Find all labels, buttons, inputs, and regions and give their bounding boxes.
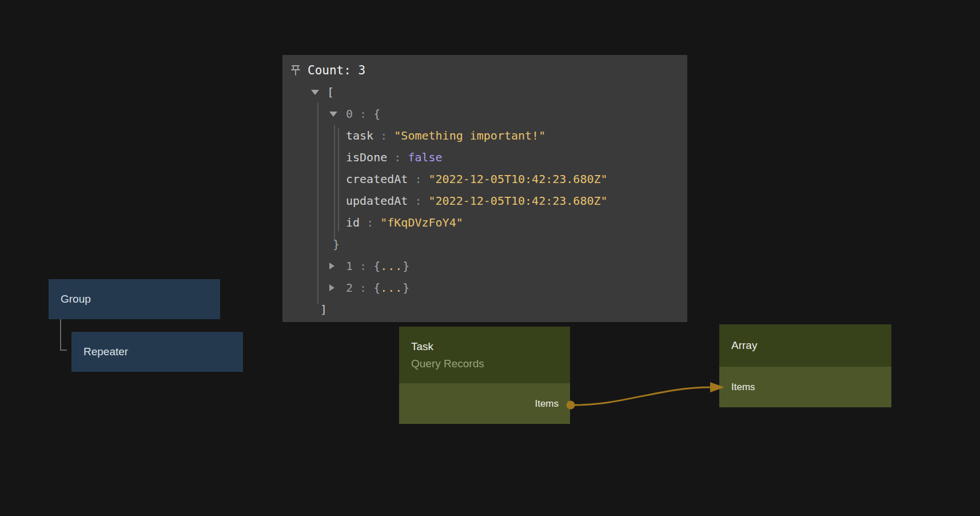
tree-row: id : "fKqDVzFoY4" [282, 212, 687, 233]
caret-down-icon[interactable] [329, 112, 337, 117]
output-port-label-items: Items [535, 398, 559, 410]
node-title: Array [731, 337, 891, 354]
node-graph-canvas[interactable]: Group Repeater Task Query Records Items … [0, 0, 980, 516]
tree-row: task : "Something important!" [282, 125, 687, 146]
tree-row-text: id : "fKqDVzFoY4" [346, 212, 463, 233]
node-group[interactable]: Group [49, 279, 220, 319]
tree-row: 1 : {...} [282, 255, 687, 277]
json-tree: [0 : {task : "Something important!"isDon… [282, 81, 687, 320]
node-title: Repeater [83, 346, 128, 358]
node-ports: Items [399, 383, 570, 424]
hierarchy-connector-line [61, 319, 67, 350]
tree-row-text: updatedAt : "2022-12-05T10:42:23.680Z" [346, 190, 608, 212]
connection-wire-items[interactable] [575, 387, 710, 405]
tree-row: isDone : false [282, 146, 687, 168]
count-label: Count: 3 [308, 59, 365, 81]
caret-down-icon[interactable] [311, 90, 319, 95]
node-array[interactable]: Array Items [719, 324, 891, 407]
tree-row-text: 1 : {...} [346, 255, 409, 277]
tree-row-text: ] [320, 299, 327, 320]
tree-row: createdAt : "2022-12-05T10:42:23.680Z" [282, 168, 687, 190]
caret-right-icon[interactable] [329, 284, 334, 291]
node-title: Task [411, 338, 570, 355]
input-port-label-items: Items [731, 382, 755, 393]
node-subtitle: Query Records [411, 355, 570, 372]
tree-row: 2 : {...} [282, 277, 687, 299]
node-repeater[interactable]: Repeater [71, 332, 243, 372]
tree-row: 0 : { [282, 103, 687, 125]
tree-row: updatedAt : "2022-12-05T10:42:23.680Z" [282, 190, 687, 212]
inspector-header-row: Count: 3 [282, 59, 687, 81]
output-port-dot-items[interactable] [567, 401, 575, 410]
tree-row-text: createdAt : "2022-12-05T10:42:23.680Z" [346, 168, 608, 190]
pin-icon[interactable] [289, 63, 302, 78]
tree-row-text: task : "Something important!" [346, 125, 545, 146]
tree-row-text: 0 : { [346, 103, 380, 125]
node-ports: Items [719, 367, 891, 407]
tree-row: ] [282, 299, 687, 320]
node-title: Group [61, 293, 91, 305]
debug-inspector-panel: Count: 3 [0 : {task : "Something importa… [282, 55, 687, 322]
tree-row-text: 2 : {...} [346, 277, 409, 299]
tree-row: [ [282, 81, 687, 103]
tree-row-text: isDone : false [346, 146, 443, 168]
tree-row-text: } [333, 233, 340, 255]
node-header: Array [719, 324, 891, 367]
caret-right-icon[interactable] [329, 263, 334, 269]
node-task-query-records[interactable]: Task Query Records Items [399, 327, 570, 424]
tree-row: } [282, 233, 687, 255]
tree-row-text: [ [327, 81, 334, 103]
node-header: Task Query Records [399, 327, 570, 383]
